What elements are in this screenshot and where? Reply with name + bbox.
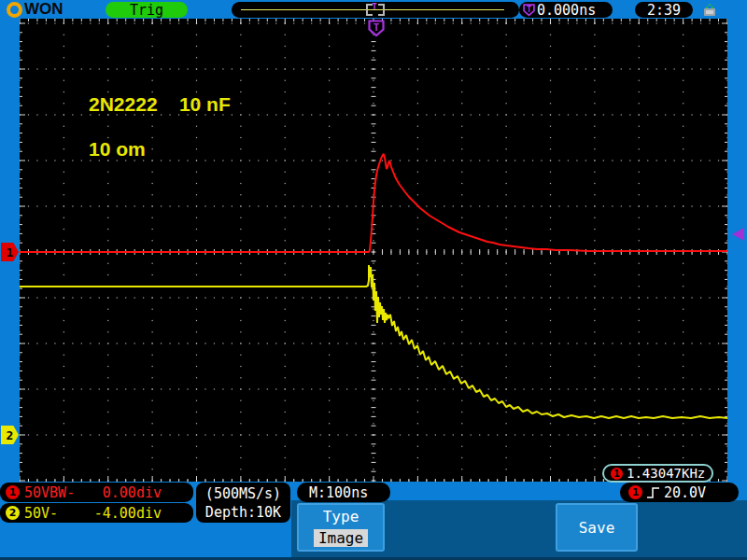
top-bar: WON Trig T T 0.000ns 2:39 (0, 0, 747, 19)
oscilloscope-screen: WON Trig T T 0.000ns 2:39 2N2 (0, 0, 747, 560)
sample-rate: (500MS/s) (205, 484, 281, 503)
trigger-position-marker[interactable]: T (368, 20, 385, 37)
ch1-position-value: 0.00div (103, 484, 188, 501)
ch1-status-pill: 1 50VBW- 0.00div (0, 483, 193, 502)
annotation-component-values: 2N2222 10 nF (89, 93, 231, 116)
ch1-badge: 1 (6, 485, 20, 499)
trigger-shield-icon: T (523, 4, 535, 17)
trig-label: Trig (130, 2, 163, 19)
record-trigger-marker[interactable]: T (368, 2, 381, 11)
save-button-label: Save (579, 519, 615, 537)
clock-value: 2:39 (647, 2, 681, 19)
acquisition-pill: (500MS/s) Depth:10K (196, 483, 290, 523)
graticule-area: 2N2222 10 nF 10 om (20, 19, 727, 482)
ch2-level-marker[interactable]: 2 (1, 426, 19, 444)
softkey-menu: Type Image Save (291, 500, 747, 560)
ch2-position-value: -4.00div (94, 505, 188, 522)
trigger-time-pill: T 0.000ns (519, 2, 613, 18)
memory-depth: Depth:10K (205, 503, 281, 522)
clock-pill: 2:39 (635, 2, 693, 18)
timebase-value: M:100ns (309, 484, 368, 501)
waveform-canvas (20, 19, 727, 482)
trigger-status-badge: Trig (106, 2, 188, 18)
trigger-level-arrow[interactable] (732, 228, 745, 242)
type-button[interactable]: Type Image (297, 503, 385, 552)
timebase-pill: M:100ns (297, 483, 390, 502)
trigger-level-pill: 1 20.0V (620, 483, 739, 502)
owon-logo: WON (7, 1, 63, 18)
rising-edge-icon (646, 485, 660, 500)
annotation-resistor-value: 10 om (89, 138, 146, 161)
frequency-value: 1.43047KHz (627, 466, 705, 481)
svg-text:T: T (527, 4, 531, 13)
trigger-source-badge: 1 (628, 485, 642, 499)
ch1-level-marker[interactable]: 1 (1, 243, 19, 261)
ch1-scale-label: 50VBW- (24, 484, 75, 501)
type-button-value: Image (314, 529, 368, 547)
trigger-time-value: 0.000ns (537, 2, 596, 19)
ch1-badge: 1 (611, 468, 623, 480)
svg-text:T: T (374, 21, 380, 34)
logo-ring-icon (7, 2, 22, 18)
ch2-badge: 2 (6, 506, 20, 520)
logo-text: WON (24, 0, 63, 19)
save-button[interactable]: Save (556, 503, 638, 552)
type-button-label: Type (323, 508, 359, 525)
trigger-level-value: 20.0V (664, 484, 706, 501)
usb-storage-icon (701, 3, 718, 17)
frequency-counter-badge: 1 1.43047KHz (602, 464, 713, 483)
ch2-status-pill: 2 50V- -4.00div (0, 503, 193, 523)
record-view-bar: T (232, 2, 519, 18)
ch2-scale-label: 50V- (24, 505, 58, 522)
